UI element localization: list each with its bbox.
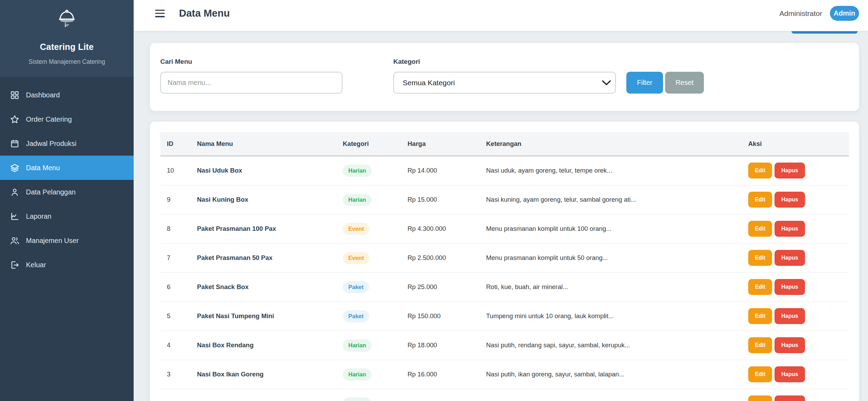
reset-button[interactable]: Reset [665, 72, 704, 94]
cell-category: Paket [336, 272, 401, 302]
cell-name: Paket Snack Box [190, 272, 336, 302]
edit-button[interactable]: Edit [748, 337, 772, 353]
role-badge: Admin [830, 6, 859, 21]
cell-category: Harian [336, 360, 401, 389]
delete-button[interactable]: Hapus [775, 192, 805, 208]
cell-name: Paket Nasi Tumpeng Mini [190, 302, 336, 331]
cell-id: 10 [160, 156, 190, 185]
delete-button[interactable]: Hapus [775, 163, 805, 178]
edit-button[interactable]: Edit [748, 250, 772, 266]
topbar: Data Menu Administrator Admin [134, 0, 868, 31]
table-row: 5 Paket Nasi Tumpeng Mini Paket Rp 150.0… [160, 302, 849, 331]
category-badge: Harian [343, 368, 372, 381]
col-header-harga: Harga [401, 132, 480, 156]
menu-table: ID Nama Menu Kategori Harga Keterangan A… [160, 132, 849, 401]
sidebar: Catering Lite Sistem Manajemen Catering … [0, 0, 134, 401]
category-badge: Harian [343, 339, 372, 351]
cell-name: Paket Prasmanan 50 Pax [190, 243, 336, 272]
filter-card: Cari Menu Kategori Semua Kategori Filter… [150, 43, 859, 111]
edit-button[interactable]: Edit [748, 395, 772, 401]
cell-name: Nasi Box Rendang [190, 331, 336, 360]
edit-button[interactable]: Edit [748, 221, 772, 237]
category-select-value: Semua Kategori [403, 79, 455, 87]
delete-button[interactable]: Hapus [775, 308, 805, 324]
sidebar-item-label: Order Catering [26, 115, 72, 123]
category-select[interactable]: Semua Kategori [393, 72, 616, 94]
table-header-row: ID Nama Menu Kategori Harga Keterangan A… [160, 132, 849, 156]
calendar-icon [10, 139, 19, 148]
cell-id: 4 [160, 331, 190, 360]
category-badge: Harian [343, 194, 372, 206]
delete-button[interactable]: Hapus [775, 279, 805, 295]
col-header-keterangan: Keterangan [480, 132, 742, 156]
cell-category: Event [336, 243, 401, 272]
table-row: 7 Paket Prasmanan 50 Pax Event Rp 2.500.… [160, 243, 849, 272]
edit-button[interactable]: Edit [748, 163, 772, 178]
delete-button[interactable]: Hapus [775, 395, 805, 401]
cell-id: 3 [160, 360, 190, 389]
cell-description: Menu prasmanan komplit untuk 50 orang... [480, 243, 742, 272]
edit-button[interactable]: Edit [748, 366, 772, 382]
cell-price: Rp 25.000 [401, 272, 480, 302]
cell-id: 8 [160, 214, 190, 243]
user-icon [10, 188, 19, 197]
sidebar-item-jadwal-produksi[interactable]: Jadwal Produksi [0, 131, 134, 156]
cell-category: Harian [336, 331, 401, 360]
sidebar-item-keluar[interactable]: Keluar [0, 253, 134, 277]
col-header-aksi: Aksi [742, 132, 849, 156]
cell-name [190, 389, 336, 401]
edit-button[interactable]: Edit [748, 279, 772, 295]
cell-description: Nasi putih, rendang sapi, sayur, sambal,… [480, 331, 742, 360]
category-label: Kategori [393, 56, 616, 67]
sidebar-header: Catering Lite Sistem Manajemen Catering [0, 0, 134, 77]
cell-price: Rp 14.000 [401, 156, 480, 185]
app-tagline: Sistem Manajemen Catering [29, 58, 105, 66]
table-card: ID Nama Menu Kategori Harga Keterangan A… [150, 122, 859, 401]
add-menu-button-clipped[interactable] [791, 31, 858, 34]
cell-category: Harian [336, 389, 401, 401]
sidebar-item-data-menu[interactable]: Data Menu [0, 156, 134, 180]
hamburger-icon[interactable] [155, 10, 165, 17]
app-title: Catering Lite [40, 42, 93, 52]
cell-price: Rp 15.000 [401, 185, 480, 214]
table-row: Harian Edit Hapus [160, 389, 849, 401]
delete-button[interactable]: Hapus [775, 366, 805, 382]
sidebar-item-label: Data Pelanggan [26, 188, 75, 196]
search-input[interactable] [160, 72, 342, 94]
cell-id [160, 389, 190, 401]
cell-id: 6 [160, 272, 190, 302]
table-row: 3 Nasi Box Ikan Goreng Harian Rp 16.000 … [160, 360, 849, 389]
cell-price: Rp 2.500.000 [401, 243, 480, 272]
edit-button[interactable]: Edit [748, 308, 772, 324]
table-row: 9 Nasi Kuning Box Harian Rp 15.000 Nasi … [160, 185, 849, 214]
cell-description: Nasi putih, ikan goreng, sayur, sambal, … [480, 360, 742, 389]
cell-category: Paket [336, 302, 401, 331]
sidebar-item-data-pelanggan[interactable]: Data Pelanggan [0, 180, 134, 204]
sidebar-item-dashboard[interactable]: Dashboard [0, 83, 134, 107]
cell-id: 5 [160, 302, 190, 331]
cell-price: Rp 18.000 [401, 331, 480, 360]
cell-price: Rp 16.000 [401, 360, 480, 389]
delete-button[interactable]: Hapus [775, 337, 805, 353]
sidebar-item-manajemen-user[interactable]: Manajemen User [0, 228, 134, 253]
cell-name: Nasi Kuning Box [190, 185, 336, 214]
sidebar-nav: Dashboard Order Catering Jadwal Produksi… [0, 77, 134, 277]
cloche-icon [58, 9, 76, 28]
filter-button[interactable]: Filter [626, 72, 663, 94]
logout-icon [10, 260, 19, 270]
cell-name: Nasi Uduk Box [190, 156, 336, 185]
cell-price: Rp 150.000 [401, 302, 480, 331]
sidebar-item-label: Dashboard [26, 91, 60, 99]
layers-icon [10, 163, 19, 173]
delete-button[interactable]: Hapus [775, 250, 805, 266]
sidebar-item-laporan[interactable]: Laporan [0, 204, 134, 228]
cell-id: 7 [160, 243, 190, 272]
delete-button[interactable]: Hapus [775, 221, 805, 237]
edit-button[interactable]: Edit [748, 192, 772, 208]
cell-description: Nasi kuning, ayam goreng, telur, sambal … [480, 185, 742, 214]
sidebar-item-label: Jadwal Produksi [26, 140, 77, 148]
table-row: 4 Nasi Box Rendang Harian Rp 18.000 Nasi… [160, 331, 849, 360]
cell-category: Harian [336, 156, 401, 185]
sidebar-item-order-catering[interactable]: Order Catering [0, 107, 134, 131]
cell-category: Event [336, 214, 401, 243]
